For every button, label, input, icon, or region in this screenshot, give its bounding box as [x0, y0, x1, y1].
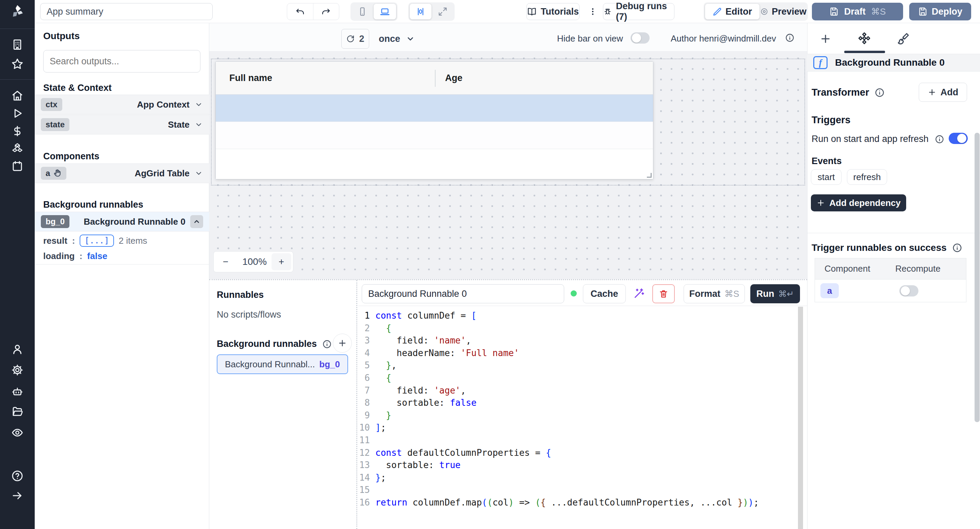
runnable-item-bg0[interactable]: Background Runnabl... bg_0	[217, 354, 348, 374]
run-on-start-label: Run on start and app refresh	[811, 134, 929, 144]
format-button[interactable]: Format ⌘S	[684, 284, 745, 303]
refresh-button[interactable]: 2	[341, 29, 369, 49]
event-chip-refresh[interactable]: refresh	[847, 169, 887, 185]
fullscreen-icon[interactable]	[432, 4, 453, 19]
app-summary-input[interactable]	[40, 3, 213, 20]
trigger-table-header: Component Recompute	[815, 258, 966, 279]
table-row[interactable]	[216, 122, 653, 149]
deploy-button[interactable]: Deploy	[909, 3, 971, 21]
workers-robot-icon[interactable]	[11, 386, 24, 398]
resources-boxes-icon[interactable]	[11, 142, 24, 155]
status-dot	[571, 290, 577, 296]
code-editor[interactable]: 12345678910111213141516 const columnDef …	[358, 307, 807, 529]
desktop-view-button[interactable]	[374, 4, 396, 19]
recompute-toggle[interactable]	[899, 285, 918, 296]
collapse-arrow-right-icon[interactable]	[11, 489, 24, 502]
variables-dollar-icon[interactable]	[11, 125, 24, 137]
search-outputs-input[interactable]	[43, 50, 200, 73]
zoom-in-button[interactable]: +	[272, 253, 291, 270]
component-a-badge[interactable]: a	[821, 283, 839, 298]
add-dependency-button[interactable]: Add dependency	[811, 194, 906, 211]
home-icon[interactable]	[11, 89, 24, 102]
zoom-out-button[interactable]: −	[214, 257, 237, 267]
hand-pointer-icon	[53, 169, 62, 178]
folders-icon[interactable]	[11, 405, 24, 418]
trash-icon	[659, 289, 668, 298]
settings-gear-icon[interactable]	[11, 364, 24, 376]
output-row-bg0[interactable]: bg_0 Background Runnable 0	[35, 212, 209, 231]
styling-brush-tab[interactable]	[897, 32, 910, 45]
bottom-panel: Runnables No scripts/flows Background ru…	[209, 279, 807, 529]
add-transformer-button[interactable]: Add	[919, 83, 967, 102]
tutorials-button[interactable]: Tutorials	[527, 3, 579, 20]
events-title: Events	[811, 156, 842, 166]
output-row-ctx[interactable]: ctx App Context	[35, 95, 209, 115]
editor-tab-label: Editor	[725, 6, 752, 17]
rail-divider	[0, 29, 35, 29]
help-icon[interactable]	[11, 470, 24, 482]
audit-eye-icon[interactable]	[11, 427, 24, 439]
ai-wand-icon[interactable]	[633, 288, 645, 300]
chevron-down-icon	[406, 34, 415, 43]
active-tab-underline	[844, 51, 885, 53]
ctx-chip: ctx	[41, 98, 62, 111]
more-options-kebab-icon[interactable]	[586, 5, 600, 18]
chevron-down-icon	[194, 120, 203, 129]
event-chip-start[interactable]: start	[811, 169, 842, 185]
frequency-dropdown[interactable]: once	[375, 29, 418, 49]
center-content-button[interactable]	[410, 4, 431, 19]
draft-button[interactable]: Draft ⌘S	[812, 3, 903, 21]
table-header-row: Full name Age	[216, 62, 653, 95]
run-on-start-toggle[interactable]	[949, 133, 968, 144]
hide-bar-toggle[interactable]	[630, 32, 649, 43]
author-info-icon[interactable]	[785, 33, 795, 43]
refresh-count: 2	[359, 34, 364, 44]
app-canvas[interactable]: Full name Age	[209, 51, 807, 279]
component-settings-tab[interactable]	[857, 31, 872, 46]
zoom-level: 100%	[237, 257, 272, 267]
runnable-name-input[interactable]	[362, 284, 564, 303]
output-row-component-a[interactable]: a AgGrid Table	[35, 163, 209, 183]
table-column-fullname[interactable]: Full name	[229, 73, 272, 83]
tutorials-label: Tutorials	[541, 6, 579, 17]
layout-toggle-group	[408, 2, 455, 21]
chevron-up-icon[interactable]	[190, 215, 203, 228]
table-row-selected[interactable]	[216, 95, 653, 122]
debug-runs-button[interactable]: Debug runs (7)	[603, 3, 675, 20]
canvas-toolbar: 2 once Hide bar on view Author henri@win…	[209, 23, 807, 51]
preview-tab[interactable]: Preview	[760, 4, 807, 19]
resize-handle[interactable]	[647, 173, 652, 178]
undo-icon[interactable]	[287, 3, 313, 20]
plus-icon	[816, 198, 825, 207]
run-button[interactable]: Run ⌘↵	[750, 284, 800, 303]
user-icon[interactable]	[11, 343, 24, 355]
add-background-runnable-button[interactable]	[333, 334, 352, 353]
favorites-star-icon[interactable]	[11, 58, 24, 70]
ctx-type-label: App Context	[137, 99, 189, 110]
output-row-state[interactable]: state State	[35, 115, 209, 134]
workspace-building-icon[interactable]	[11, 38, 24, 51]
code-scrollbar[interactable]	[798, 307, 803, 529]
result-expand-chip[interactable]: [...]	[80, 234, 114, 247]
cache-button[interactable]: Cache	[583, 284, 626, 303]
background-runnables-header: Background runnables	[217, 339, 332, 349]
left-nav-rail	[0, 0, 35, 529]
table-column-age[interactable]: Age	[445, 73, 463, 83]
schedules-calendar-icon[interactable]	[11, 160, 24, 172]
mobile-view-button[interactable]	[352, 4, 373, 19]
editor-tab[interactable]: Editor	[705, 4, 759, 19]
draft-shortcut: ⌘S	[871, 6, 886, 17]
selected-runnable-header: f Background Runnable 0	[807, 54, 980, 72]
add-component-tab[interactable]	[819, 33, 832, 45]
delete-runnable-button[interactable]	[652, 284, 675, 303]
runs-play-icon[interactable]	[11, 107, 24, 120]
redo-icon[interactable]	[313, 3, 339, 20]
components-diamond-icon	[857, 31, 872, 46]
trigger-table-row: a	[815, 279, 966, 302]
format-shortcut: ⌘S	[724, 289, 739, 299]
windmill-logo-icon[interactable]	[9, 4, 25, 21]
table-row[interactable]	[216, 149, 653, 179]
panel-scrollbar[interactable]	[975, 133, 980, 422]
column-divider[interactable]	[435, 70, 436, 87]
aggrid-table-component[interactable]: Full name Age	[215, 61, 653, 179]
